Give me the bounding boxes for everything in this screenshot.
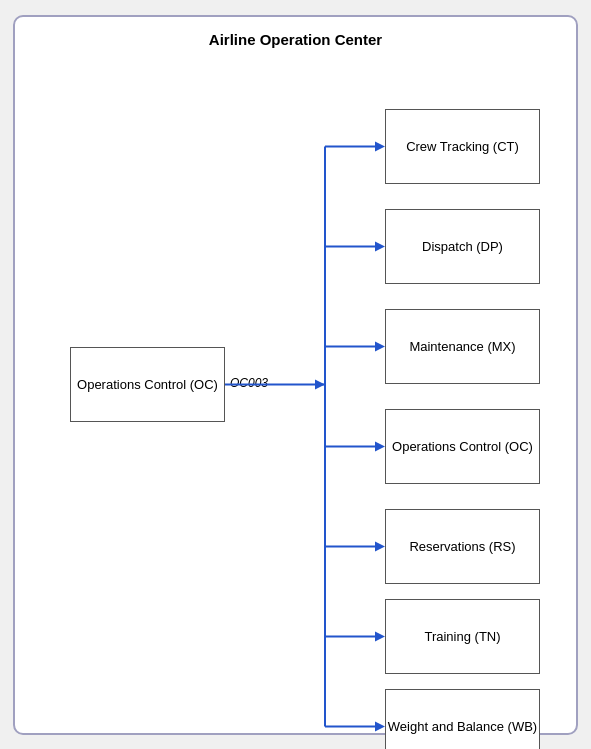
diagram-title: Airline Operation Center <box>15 17 576 48</box>
svg-marker-3 <box>375 141 385 151</box>
target-box-3: Operations Control (OC) <box>385 409 540 484</box>
target-label-1: Dispatch (DP) <box>422 239 503 254</box>
target-box-2: Maintenance (MX) <box>385 309 540 384</box>
svg-marker-5 <box>375 241 385 251</box>
arrow-label: OC003 <box>230 376 268 390</box>
svg-marker-15 <box>375 721 385 731</box>
target-box-1: Dispatch (DP) <box>385 209 540 284</box>
svg-marker-7 <box>375 341 385 351</box>
target-label-3: Operations Control (OC) <box>392 439 533 454</box>
source-label: Operations Control (OC) <box>77 377 218 392</box>
svg-marker-13 <box>375 631 385 641</box>
target-box-0: Crew Tracking (CT) <box>385 109 540 184</box>
diagram-area: Operations Control (OC) OC003 Crew Track… <box>15 57 576 733</box>
diagram-container: Airline Operation Center Operations Cont… <box>13 15 578 735</box>
svg-marker-9 <box>375 441 385 451</box>
target-label-5: Training (TN) <box>424 629 500 644</box>
target-box-5: Training (TN) <box>385 599 540 674</box>
target-box-6: Weight and Balance (WB) <box>385 689 540 750</box>
svg-marker-16 <box>315 379 325 389</box>
target-box-4: Reservations (RS) <box>385 509 540 584</box>
target-label-2: Maintenance (MX) <box>409 339 515 354</box>
source-box: Operations Control (OC) <box>70 347 225 422</box>
target-label-6: Weight and Balance (WB) <box>388 719 537 734</box>
target-label-4: Reservations (RS) <box>409 539 515 554</box>
target-label-0: Crew Tracking (CT) <box>406 139 519 154</box>
svg-marker-11 <box>375 541 385 551</box>
